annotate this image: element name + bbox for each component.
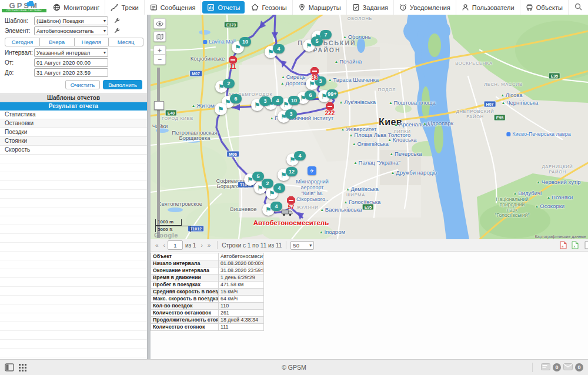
table-row-value: 1 день 6:29:29 — [219, 274, 264, 281]
trip-count-badge[interactable]: 4 — [272, 96, 283, 105]
quick-range-button-0[interactable]: Сегодня — [5, 38, 40, 46]
trip-count-badge[interactable]: 10 — [288, 96, 300, 105]
from-label: От: — [5, 59, 34, 66]
trip-count-badge[interactable]: 12 — [286, 167, 298, 176]
next-page-button[interactable]: › — [198, 242, 205, 249]
visibility-button[interactable] — [153, 18, 166, 29]
template-edit-button[interactable] — [113, 18, 120, 24]
tab-users[interactable]: Пользователи — [456, 0, 520, 15]
trip-count-badge[interactable]: 4 — [270, 202, 282, 211]
table-row-label: Количество стоянок — [151, 324, 219, 330]
trip-count-badge[interactable]: 3 — [285, 109, 297, 119]
trip-count-badge[interactable]: 5 — [252, 172, 264, 181]
tab-label: Пользователи — [472, 4, 514, 11]
table-row: Макс. скорость в поездках64 км/ч — [151, 296, 264, 303]
stop-sign-icon[interactable] — [229, 56, 237, 64]
page-size-value: 50 — [293, 242, 299, 249]
trip-count-badge[interactable]: 4 — [273, 44, 285, 53]
trip-count-badge[interactable]: 5 — [311, 36, 323, 46]
element-select[interactable]: Автобетоносмеситель▾ — [34, 26, 108, 35]
top-navigation-bar: GPSM СПУТНИКОВЫЕ СИСТЕМЫ СЛЕЖЕНИЯ Монито… — [0, 0, 588, 15]
trip-count-badge[interactable]: 6 — [305, 91, 316, 100]
table-row: Окончание интервала31.08.2020 23:59:59 — [151, 267, 264, 274]
grid-view-button[interactable] — [19, 364, 26, 371]
notifications-icon — [399, 4, 407, 11]
map-canvas[interactable]: ОБОЛОНЬПОДІЛЬСЬКИЙРАЙОНВОСКРЕСЕНКАЛЕСН. … — [151, 15, 588, 239]
tab-objects[interactable]: Объекты — [520, 0, 569, 15]
template-value: (Шаблон) Поездки — [36, 18, 84, 24]
quick-range-button-2[interactable]: Неделя — [75, 38, 109, 46]
clear-button[interactable]: Очистить — [65, 80, 100, 89]
quick-range-buttons: СегодняВчераНеделяМесяц — [5, 38, 143, 46]
template-select[interactable]: (Шаблон) Поездки▾ — [34, 16, 108, 25]
messages-status-icon[interactable] — [541, 363, 550, 371]
layers-button[interactable] — [153, 31, 166, 42]
vehicle-label[interactable]: Автобетоносмеситель — [253, 219, 329, 226]
interval-select[interactable]: Указанный интервал▾ — [34, 48, 108, 57]
first-page-button[interactable]: « — [153, 242, 161, 249]
export-pdf-icon[interactable]: a — [560, 241, 567, 250]
zoom-slider-track[interactable] — [157, 68, 160, 238]
interval-value: Указанный интервал — [36, 49, 90, 56]
table-row-label: Продолжительность стоянок — [151, 317, 219, 323]
stop-sign-icon[interactable] — [326, 102, 334, 111]
tab-notifications[interactable]: Уведомления — [394, 0, 456, 15]
prev-page-button[interactable]: ‹ — [161, 242, 168, 249]
quick-range-button-1[interactable]: Вчера — [40, 38, 75, 46]
zoom-out-button[interactable]: − — [153, 54, 166, 65]
run-button[interactable]: Выполнить — [103, 80, 142, 89]
users-icon — [462, 4, 469, 11]
export-print-icon[interactable] — [584, 241, 588, 250]
quick-range-button-3[interactable]: Месяц — [109, 38, 143, 46]
export-excel-icon[interactable]: x — [572, 241, 579, 250]
page-number-input[interactable] — [168, 240, 183, 250]
table-row-label: Начало интервала — [151, 260, 219, 267]
table-row-value: 261 — [219, 310, 264, 316]
section-report-templates[interactable]: Шаблоны отчетов — [0, 93, 147, 102]
app-logo: GPSM СПУТНИКОВЫЕ СИСТЕМЫ СЛЕЖЕНИЯ — [0, 0, 48, 15]
stop-sign-icon[interactable] — [287, 196, 295, 205]
trip-count-badge[interactable]: 3 — [259, 96, 271, 106]
stop-count-label: 11 — [230, 63, 236, 70]
trip-count-badge[interactable]: 99+ — [326, 89, 338, 99]
zoom-slider-handle[interactable] — [154, 101, 164, 110]
tracks-icon — [111, 4, 118, 11]
report-item[interactable]: Остановки — [0, 119, 147, 128]
mail-count-badge: 0 — [575, 363, 583, 371]
monitoring-icon — [53, 4, 61, 11]
search-button[interactable] — [569, 0, 588, 15]
trip-count-badge[interactable]: 4 — [294, 151, 306, 160]
report-item[interactable]: Поездки — [0, 128, 147, 137]
table-row: Средняя скорость в поездках15 км/ч — [151, 289, 264, 296]
tab-monitoring[interactable]: Мониторинг — [48, 0, 105, 15]
tab-messages[interactable]: Сообщения — [145, 0, 202, 15]
tab-geofences[interactable]: Геозоны — [246, 0, 292, 15]
to-date-input[interactable]: 31 Август 2020 23:59 — [34, 68, 108, 77]
cloud-icon — [26, 1, 35, 8]
chevron-down-icon: ▾ — [103, 28, 106, 34]
tab-tracks[interactable]: Треки — [105, 0, 144, 15]
page-size-select[interactable]: 50 ▾ — [290, 241, 314, 250]
table-row-label: Макс. скорость в поездках — [151, 296, 219, 302]
mail-status-icon[interactable] — [563, 363, 573, 371]
report-item[interactable]: Стоянки — [0, 137, 147, 146]
toggle-sidebar-button[interactable] — [5, 363, 14, 371]
trip-count-badge[interactable]: 2 — [223, 79, 235, 88]
trip-count-badge[interactable]: 2 — [262, 179, 273, 188]
from-date-input[interactable]: 01 Август 2020 00:00 — [34, 58, 108, 67]
vehicle-truck-icon[interactable] — [281, 209, 293, 217]
report-item[interactable]: Статистика — [0, 111, 147, 119]
road-badge: Н07 — [484, 101, 496, 108]
trip-count-badge[interactable]: 4 — [273, 183, 285, 193]
tab-reports[interactable]: Отчеты — [202, 1, 245, 14]
element-edit-button[interactable] — [113, 28, 120, 34]
section-report-result[interactable]: Результат отчета — [0, 102, 147, 111]
trip-marker[interactable]: ⚑ — [215, 103, 227, 115]
tab-routes[interactable]: Маршруты — [293, 0, 347, 15]
trip-count-badge[interactable]: 10 — [239, 37, 251, 46]
tab-tasks[interactable]: Задания — [347, 0, 394, 15]
report-item[interactable]: Скорость — [0, 146, 147, 155]
last-page-button[interactable]: » — [205, 242, 213, 249]
trip-count-badge[interactable]: 6 — [230, 94, 242, 103]
stop-sign-icon[interactable] — [310, 67, 319, 75]
